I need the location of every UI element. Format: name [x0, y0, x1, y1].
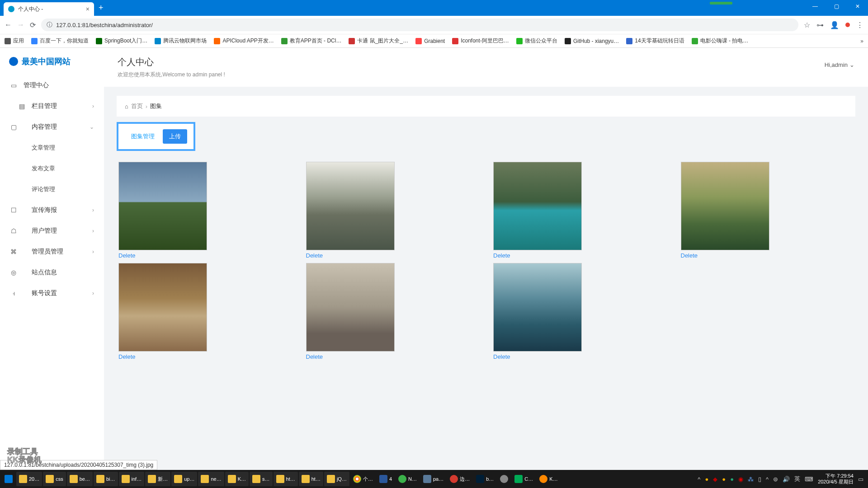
taskbar-app[interactable]: 4: [377, 472, 395, 486]
taskbar-app[interactable]: b…: [473, 472, 496, 486]
taskbar-folder[interactable]: jQ…: [324, 472, 349, 486]
forward-icon[interactable]: →: [17, 21, 24, 29]
taskbar-folder[interactable]: K…: [225, 472, 249, 486]
sidebar-sub-comments[interactable]: 评论管理: [0, 179, 104, 200]
taskbar-folder[interactable]: be…: [67, 472, 93, 486]
profile-icon[interactable]: 👤: [830, 21, 839, 29]
bookmark-favicon-icon: [281, 38, 288, 44]
tray-app-icon[interactable]: ◆: [713, 476, 717, 483]
gallery-thumbnail[interactable]: [493, 263, 582, 352]
taskbar-folder[interactable]: up…: [171, 472, 197, 486]
delete-link[interactable]: Delete: [118, 353, 136, 360]
star-icon[interactable]: ☆: [804, 21, 810, 29]
sidebar-sub-articles[interactable]: 文章管理: [0, 137, 104, 158]
bookmark-item[interactable]: 教育APP首页 - DCl…: [281, 37, 342, 45]
bookmarks-overflow-icon[interactable]: »: [860, 38, 863, 44]
taskbar-folder[interactable]: css: [43, 472, 66, 486]
tray-app-icon[interactable]: ●: [730, 476, 734, 483]
user-dropdown[interactable]: Hi,admin ⌄: [825, 61, 854, 68]
apps-button[interactable]: 应用: [5, 37, 24, 45]
window-minimize-button[interactable]: —: [805, 0, 826, 13]
gallery-thumbnail[interactable]: [306, 263, 395, 352]
taskbar-folder[interactable]: ht…: [274, 472, 298, 486]
taskbar-app-chrome[interactable]: 个…: [350, 472, 376, 486]
taskbar-app[interactable]: 边…: [447, 472, 472, 486]
sidebar-item-columns[interactable]: ▤ 栏目管理 ›: [0, 96, 104, 117]
reload-icon[interactable]: ⟳: [30, 21, 36, 29]
tab-gallery-manage[interactable]: 图集管理: [125, 129, 161, 144]
tray-app-icon[interactable]: ●: [722, 476, 726, 483]
delete-link[interactable]: Delete: [493, 353, 510, 360]
taskbar-folder[interactable]: ht…: [299, 472, 323, 486]
gallery-thumbnail[interactable]: [118, 263, 207, 352]
delete-link[interactable]: Delete: [681, 252, 698, 259]
tray-app-icon[interactable]: ●: [705, 476, 708, 483]
sidebar-item-content[interactable]: ▢ 内容管理 ⌄: [0, 117, 104, 137]
taskbar-app[interactable]: [497, 472, 511, 486]
ime-indicator[interactable]: 英: [794, 475, 800, 483]
breadcrumb-home[interactable]: 首页: [131, 102, 143, 110]
bookmark-item[interactable]: APICloud APP开发…: [214, 37, 274, 45]
bookmark-item[interactable]: 14天零基础玩转日语: [626, 37, 684, 45]
taskbar-folder[interactable]: bi…: [94, 472, 118, 486]
volume-icon[interactable]: 🔊: [783, 476, 790, 483]
browser-tab[interactable]: 个人中心 - ×: [4, 2, 94, 16]
taskbar-app[interactable]: pa…: [420, 472, 446, 486]
wifi-icon[interactable]: ⊚: [773, 476, 778, 483]
back-icon[interactable]: ←: [5, 21, 12, 29]
bookmark-item[interactable]: 微信公众平台: [516, 37, 557, 45]
sidebar-item-dashboard[interactable]: ▭ 管理中心: [0, 75, 104, 96]
logo[interactable]: 最美中国网站: [0, 56, 104, 75]
bookmark-item[interactable]: 百度一下，你就知道: [31, 37, 89, 45]
bookmark-item[interactable]: GitHub - xiangyu…: [565, 38, 619, 44]
tray-chevron-icon[interactable]: ^: [766, 476, 769, 483]
gallery-thumbnail[interactable]: [306, 162, 395, 250]
bookmark-item[interactable]: 腾讯云物联网市场: [155, 37, 207, 45]
chevron-right-icon: ›: [92, 228, 94, 234]
address-bar[interactable]: ⓘ 127.0.0.1:81/bestchina/administrator/: [41, 19, 798, 31]
sidebar-sub-publish[interactable]: 发布文章: [0, 158, 104, 179]
gallery-thumbnail[interactable]: [493, 162, 582, 250]
delete-link[interactable]: Delete: [118, 252, 136, 259]
sidebar-item-account[interactable]: ⫞ 账号设置 ›: [0, 283, 104, 304]
bookmark-item[interactable]: Iconfont-阿里巴巴…: [452, 37, 509, 45]
window-close-button[interactable]: ✕: [847, 0, 868, 13]
menu-icon[interactable]: ⋮: [856, 21, 863, 29]
delete-link[interactable]: Delete: [493, 252, 510, 259]
gallery-thumbnail[interactable]: [681, 162, 769, 250]
taskbar-folder[interactable]: ne…: [198, 472, 224, 486]
tab-gallery-upload[interactable]: 上传: [163, 129, 187, 144]
taskbar-folder[interactable]: 20…: [16, 472, 42, 486]
key-icon[interactable]: ⊶: [816, 21, 824, 29]
keyboard-icon[interactable]: ⌨: [805, 476, 813, 483]
delete-link[interactable]: Delete: [306, 252, 323, 259]
bookmark-item[interactable]: 卡通 鼠_图片大全_…: [349, 37, 408, 45]
gallery-thumbnail[interactable]: [118, 162, 207, 250]
extension-icon[interactable]: [845, 23, 850, 27]
tab-close-icon[interactable]: ×: [86, 5, 90, 13]
taskbar-folder[interactable]: inf…: [119, 472, 145, 486]
bookmark-item[interactable]: Grabient: [415, 38, 445, 44]
taskbar-folder[interactable]: 新…: [145, 472, 170, 486]
sidebar-item-admins[interactable]: ⌘ 管理员管理 ›: [0, 241, 104, 262]
delete-link[interactable]: Delete: [306, 353, 323, 360]
taskbar-app[interactable]: N…: [396, 472, 420, 486]
sidebar-item-siteinfo[interactable]: ◎ 站点信息: [0, 262, 104, 283]
new-tab-button[interactable]: +: [94, 3, 108, 13]
sidebar-item-poster[interactable]: ☐ 宣传海报 ›: [0, 200, 104, 221]
tray-chevron-icon[interactable]: ^: [698, 476, 700, 483]
taskbar-folder[interactable]: s…: [250, 472, 273, 486]
battery-icon[interactable]: ▯: [758, 476, 761, 483]
window-maximize-button[interactable]: ▢: [826, 0, 847, 13]
bookmark-item[interactable]: SpringBoot入门…: [96, 37, 147, 45]
tray-app-icon[interactable]: ◉: [738, 476, 743, 483]
start-button[interactable]: [2, 472, 15, 486]
notifications-icon[interactable]: ▭: [858, 476, 863, 483]
taskbar-app[interactable]: K…: [537, 472, 560, 486]
sidebar-item-users[interactable]: ☖ 用户管理 ›: [0, 221, 104, 241]
site-info-icon[interactable]: ⓘ: [47, 21, 52, 29]
bluetooth-icon[interactable]: ⁂: [748, 476, 754, 483]
taskbar-clock[interactable]: 下午 7:29:54 2020/4/5 星期日: [818, 473, 854, 485]
bookmark-item[interactable]: 电影公嗨课 - 拍电…: [692, 37, 749, 45]
taskbar-app[interactable]: C…: [512, 472, 536, 486]
